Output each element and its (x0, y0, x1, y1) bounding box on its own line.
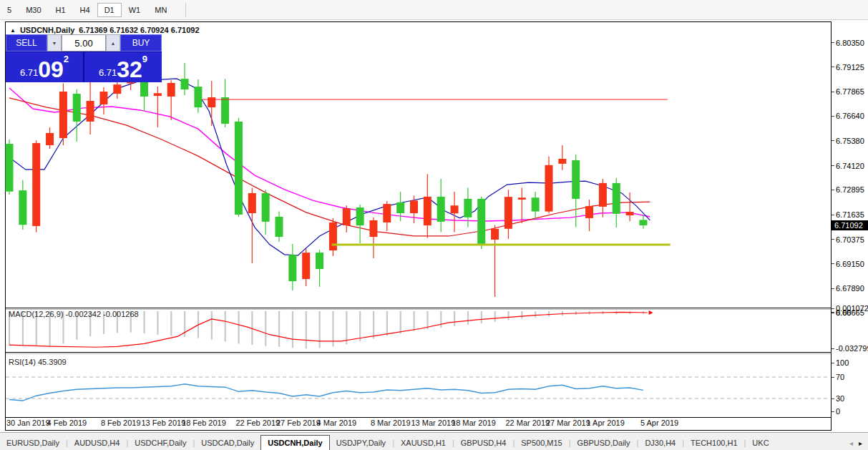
date-axis-label: 4 Feb 2019 (47, 419, 87, 427)
candle-body (73, 94, 81, 122)
candle-body (383, 204, 391, 222)
timeframe-button-w1[interactable]: W1 (122, 3, 148, 17)
symbol-label: USDCNH,Daily (20, 26, 74, 34)
date-axis-label: 5 Apr 2019 (640, 419, 678, 427)
timeframe-button-d1[interactable]: D1 (97, 3, 122, 17)
candle-body (343, 208, 351, 225)
candle-body (262, 193, 270, 222)
candle-body (19, 190, 26, 225)
buy-price-box[interactable]: 6.71 32 9 (84, 52, 162, 82)
price-axis-label: 6.70375 (832, 235, 864, 244)
candle-body (424, 197, 431, 225)
tab-tech100-h1[interactable]: TECH100,H1 (684, 436, 743, 450)
tab-usdcad-daily[interactable]: USDCAD,Daily (195, 436, 260, 450)
candle-body (154, 93, 162, 96)
sell-button[interactable]: SELL (6, 34, 47, 52)
price-axis-label: 6.77865 (832, 87, 864, 96)
timeframe-button-5[interactable]: 5 (0, 3, 19, 17)
candle-body (410, 200, 418, 213)
tab-audusd-h4[interactable]: AUDUSD,H4 (68, 436, 127, 450)
macd-histogram-bar (548, 311, 550, 316)
macd-histogram-bar (157, 311, 158, 335)
macd-histogram-bar (507, 311, 509, 320)
date-axis-label: 4 Mar 2019 (317, 419, 357, 427)
macd-histogram-bar (211, 311, 213, 340)
candle-body (464, 199, 472, 217)
macd-axis-zero: 0.00 (832, 308, 851, 317)
rsi-axis-label: 100 (832, 358, 849, 367)
date-axis-label: 22 Mar 2019 (505, 419, 550, 427)
tab-usdcnh-daily[interactable]: USDCNH,Daily (260, 435, 329, 450)
date-axis-label: 13 Feb 2019 (142, 419, 186, 427)
timeframe-button-m30[interactable]: M30 (19, 3, 48, 17)
candle-body (613, 183, 620, 214)
chart-tab-bar: EURUSD,Daily|AUDUSD,H4|USDCHF,Daily|USDC… (0, 432, 868, 450)
candle-body (504, 197, 512, 229)
macd-histogram-bar (521, 311, 522, 319)
macd-histogram-bar (494, 311, 496, 322)
volume-decrement-button[interactable]: ▼ (47, 34, 62, 52)
macd-histogram-bar (170, 311, 172, 336)
date-axis[interactable]: 30 Jan 20194 Feb 20198 Feb 201913 Feb 20… (0, 419, 832, 430)
timeframe-button-h1[interactable]: H1 (49, 3, 73, 17)
collapse-icon[interactable]: ▲ (10, 27, 16, 34)
date-axis-label: 30 Jan 2019 (6, 419, 50, 427)
macd-histogram-bar (225, 311, 226, 341)
date-axis-label: 18 Feb 2019 (182, 419, 226, 427)
tab-eurusd-daily[interactable]: EURUSD,Daily (0, 436, 66, 450)
macd-histogram-bar (238, 311, 239, 343)
candle-body (572, 160, 580, 199)
candle-body (302, 253, 310, 279)
candle-body (288, 255, 296, 281)
price-axis[interactable]: 6.803506.791256.778656.766406.753806.741… (832, 20, 868, 432)
tab-dj30-h4[interactable]: DJ30,H4 (638, 436, 682, 450)
tab-scroll-left-icon[interactable]: ◂ (849, 439, 853, 447)
candle-body (491, 229, 499, 240)
price-axis-label: 6.69150 (832, 260, 864, 268)
tab-scroll-right-icon[interactable]: ▸ (859, 439, 862, 447)
macd-axis-min: -0.032799 (832, 344, 868, 353)
current-price-tag: 6.71092 (832, 220, 868, 230)
macd-histogram-bar (359, 311, 361, 341)
buy-button[interactable]: BUY (120, 34, 162, 52)
macd-histogram-bar (414, 311, 415, 331)
tab-usdjpy-daily[interactable]: USDJPY,Daily (330, 436, 393, 450)
tab-usdchf-daily[interactable]: USDCHF,Daily (128, 436, 192, 450)
sell-price-prefix: 6.71 (20, 67, 38, 78)
price-axis-label: 6.71635 (832, 210, 864, 219)
macd-label: MACD(12,26,9) -0.002342 -0.001268 (9, 310, 139, 318)
tab-ukc[interactable]: UKC (746, 436, 775, 450)
date-axis-label: 27 Mar 2019 (546, 419, 590, 427)
macd-histogram-bar (467, 311, 469, 325)
sell-price-box[interactable]: 6.71 09 2 (6, 52, 83, 82)
volume-increment-button[interactable]: ▲ (106, 34, 120, 52)
candle-body (248, 193, 256, 213)
candle-body (396, 202, 404, 213)
candle-body (532, 197, 540, 211)
candle-body (87, 101, 94, 122)
buy-price-big: 32 (117, 59, 142, 80)
macd-histogram-bar (440, 311, 442, 328)
timeframe-button-mn[interactable]: MN (147, 3, 174, 17)
buy-price-sup: 9 (142, 54, 147, 64)
candle-body (316, 253, 323, 269)
buy-price-prefix: 6.71 (99, 67, 117, 78)
candle-body (437, 197, 445, 222)
tab-sp500-m15[interactable]: SP500,M15 (515, 436, 568, 450)
one-click-trade-panel: SELL ▼ 5.00 ▲ BUY 6.71 09 2 6.71 32 9 (6, 34, 162, 82)
candle-body (369, 220, 377, 237)
timeframe-toolbar: 5M30H1H4D1W1MN (0, 0, 868, 20)
date-axis-label: 1 Apr 2019 (587, 419, 625, 427)
macd-histogram-bar (386, 311, 388, 336)
tab-xauusd-h1[interactable]: XAUUSD,H1 (394, 436, 452, 450)
volume-input[interactable]: 5.00 (62, 34, 106, 52)
price-axis-label: 6.72895 (832, 185, 864, 194)
tab-gbpusd-daily[interactable]: GBPUSD,Daily (571, 436, 637, 450)
tab-gbpusd-h4[interactable]: GBPUSD,H4 (454, 436, 513, 450)
candle-body (329, 222, 337, 250)
candle-body (46, 133, 54, 145)
macd-histogram-bar (265, 311, 266, 346)
timeframe-button-h4[interactable]: H4 (73, 3, 97, 17)
macd-histogram-bar (481, 311, 482, 323)
candle-body (194, 87, 202, 107)
